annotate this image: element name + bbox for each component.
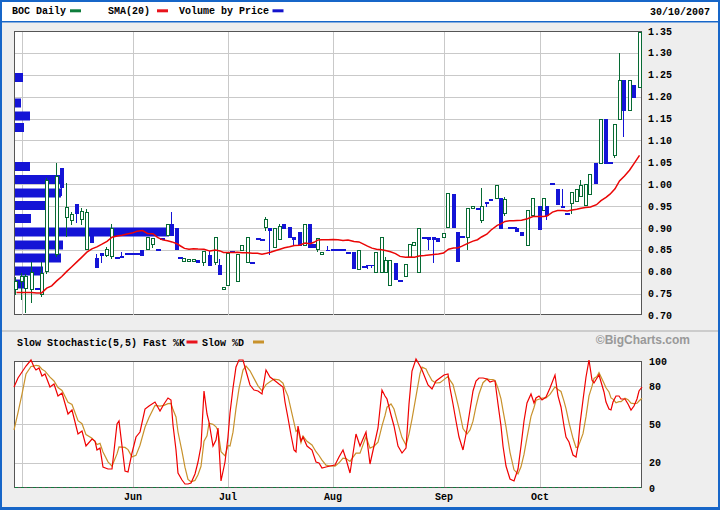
svg-text:1.25: 1.25 bbox=[648, 70, 672, 81]
svg-text:0.85: 0.85 bbox=[648, 245, 672, 256]
svg-text:20: 20 bbox=[649, 458, 661, 469]
svg-text:100: 100 bbox=[649, 357, 667, 368]
svg-text:0.80: 0.80 bbox=[648, 267, 672, 278]
svg-text:Aug: Aug bbox=[324, 492, 342, 503]
svg-text:0.90: 0.90 bbox=[648, 224, 672, 235]
svg-text:50: 50 bbox=[649, 420, 661, 431]
svg-text:0.70: 0.70 bbox=[648, 311, 672, 322]
svg-text:Oct: Oct bbox=[531, 492, 549, 503]
svg-text:SMA(20): SMA(20) bbox=[108, 6, 150, 17]
svg-text:Slow Stochastic(5,5) Fast %K: Slow Stochastic(5,5) Fast %K bbox=[17, 338, 185, 349]
svg-text:0.75: 0.75 bbox=[648, 289, 672, 300]
svg-text:©BigCharts.com: ©BigCharts.com bbox=[596, 333, 690, 347]
svg-text:0.95: 0.95 bbox=[648, 202, 672, 213]
svg-text:Sep: Sep bbox=[435, 492, 453, 503]
svg-text:Jun: Jun bbox=[124, 492, 142, 503]
svg-text:1.10: 1.10 bbox=[648, 136, 672, 147]
svg-text:Volume by Price: Volume by Price bbox=[179, 6, 269, 17]
svg-text:1.00: 1.00 bbox=[648, 180, 672, 191]
svg-text:1.05: 1.05 bbox=[648, 158, 672, 169]
svg-text:0: 0 bbox=[649, 484, 655, 495]
svg-text:BOC Daily: BOC Daily bbox=[12, 6, 66, 17]
svg-text:80: 80 bbox=[649, 382, 661, 393]
svg-text:1.30: 1.30 bbox=[648, 48, 672, 59]
svg-text:1.35: 1.35 bbox=[648, 27, 672, 38]
svg-text:Slow %D: Slow %D bbox=[202, 338, 244, 349]
svg-text:1.15: 1.15 bbox=[648, 114, 672, 125]
svg-text:30/10/2007: 30/10/2007 bbox=[650, 7, 710, 18]
svg-text:1.20: 1.20 bbox=[648, 92, 672, 103]
svg-text:Jul: Jul bbox=[219, 492, 237, 503]
